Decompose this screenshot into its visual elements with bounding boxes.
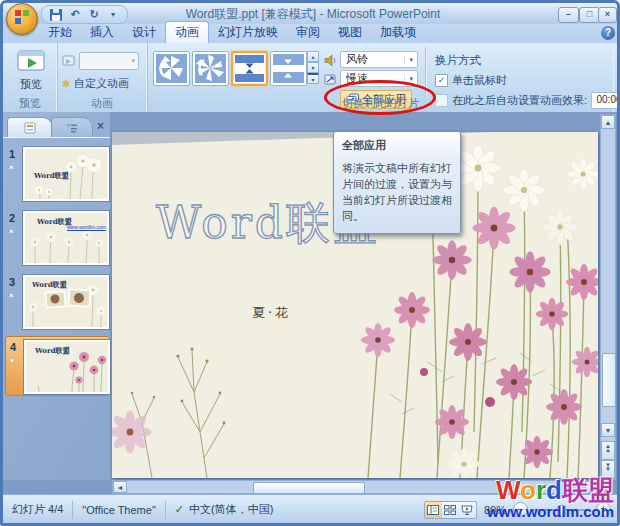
- group-preview: 预览 预览: [3, 43, 58, 112]
- group-animations: ▾ ✶ 自定义动画 动画: [57, 43, 148, 112]
- slide-thumbnail-2[interactable]: 2 ✶ Word联盟 www.wordlm.com: [5, 208, 108, 266]
- thumbnail-image: Word联盟: [23, 147, 109, 201]
- thumbnail-link: www.wordlm.com: [67, 224, 106, 230]
- tab-slideshow[interactable]: 幻灯片放映: [209, 22, 287, 43]
- animation-star-icon: ✶: [7, 226, 15, 237]
- animate-dropdown[interactable]: ▾: [79, 52, 139, 70]
- language-cell[interactable]: ✓ 中文(简体，中国): [166, 501, 283, 519]
- transition-wheel-1-tile[interactable]: [153, 51, 190, 86]
- pane-divider: [3, 137, 110, 138]
- scroll-up-icon[interactable]: ▲: [601, 115, 615, 129]
- watermark-brand: Word联盟: [487, 477, 614, 503]
- slide-sorter-view-button[interactable]: [442, 502, 459, 518]
- office-button[interactable]: [6, 3, 38, 35]
- ribbon-tab-strip: 开始 插入 设计 动画 幻灯片放映 审阅 视图 加载项: [3, 24, 617, 43]
- preview-button-label: 预览: [20, 77, 42, 92]
- slideshow-view-button[interactable]: [459, 502, 476, 518]
- advance-heading: 换片方式: [435, 53, 481, 68]
- tab-animations[interactable]: 动画: [165, 21, 209, 43]
- powerpoint-window: Word联盟.ppt [兼容模式] - Microsoft PowerPoint…: [0, 0, 620, 526]
- previous-slide-button[interactable]: ▲▲: [601, 441, 615, 460]
- tab-home[interactable]: 开始: [39, 22, 81, 43]
- save-icon[interactable]: [48, 7, 64, 22]
- group-caption-preview: 预览: [3, 96, 57, 111]
- undo-icon[interactable]: ↶: [67, 7, 83, 22]
- horizontal-scroll-thumb[interactable]: [253, 482, 365, 494]
- tab-addins[interactable]: 加载项: [371, 22, 425, 43]
- thumbnail-image: Word联盟: [24, 340, 110, 394]
- tab-outline[interactable]: [51, 117, 93, 138]
- on-mouse-click-label: 单击鼠标时: [452, 73, 507, 88]
- animation-star-icon: ✶: [7, 290, 15, 301]
- gallery-more-icon[interactable]: ▾: [307, 73, 319, 84]
- tab-design[interactable]: 设计: [123, 22, 165, 43]
- outline-tab-icon: [66, 122, 78, 134]
- tab-slides-thumbnails[interactable]: [7, 117, 53, 138]
- wordlm-watermark: Word联盟 www.wordlm.com: [487, 477, 614, 519]
- spellcheck-icon[interactable]: ✓: [175, 503, 184, 516]
- scroll-left-icon[interactable]: ◄: [113, 481, 127, 493]
- slide-number: 2: [9, 212, 15, 224]
- tab-insert[interactable]: 插入: [81, 22, 123, 43]
- watermark-url: www.wordlm.com: [487, 504, 614, 519]
- transition-sound-icon: [324, 53, 337, 71]
- language-label: 中文(简体，中国): [189, 502, 273, 517]
- dropdown-arrow-icon: ▾: [404, 56, 417, 64]
- transition-split-vertical-tile[interactable]: [270, 51, 307, 86]
- thumbnail-image: Word联盟: [23, 275, 109, 329]
- slide-number: 3: [9, 276, 15, 288]
- tab-review[interactable]: 审阅: [287, 22, 329, 43]
- slides-tab-icon: [24, 122, 36, 134]
- transition-sound-value: 风铃: [346, 52, 368, 67]
- thumbnail-title: Word联盟: [32, 280, 67, 290]
- minimize-button[interactable]: –: [558, 7, 579, 23]
- group-caption-animations: 动画: [57, 96, 147, 111]
- on-mouse-click-row[interactable]: ✓ 单击鼠标时: [435, 73, 507, 88]
- ribbon: 预览 预览 ▾ ✶ 自定义动画 动画: [3, 43, 617, 113]
- help-icon[interactable]: ?: [601, 26, 615, 40]
- customize-qat-icon[interactable]: ▾: [105, 7, 121, 22]
- vertical-scroll-thumb[interactable]: [602, 353, 616, 407]
- custom-animation-star-icon: ✶: [61, 77, 71, 91]
- slide-subtitle-text[interactable]: 夏·花: [252, 304, 291, 322]
- workspace: × 1 ✶ Word联盟 2 ✶ Word联盟 www.wordlm.com: [3, 112, 617, 480]
- apply-to-all-tooltip: 全部应用 将演示文稿中所有幻灯片间的过渡，设置为与当前幻灯片所设过渡相同。: [333, 131, 461, 234]
- close-pane-icon[interactable]: ×: [93, 119, 108, 134]
- tab-view[interactable]: 视图: [329, 22, 371, 43]
- slides-pane: × 1 ✶ Word联盟 2 ✶ Word联盟 www.wordlm.com: [3, 112, 110, 480]
- preview-slide-icon: [16, 49, 46, 77]
- gallery-scroll-up-icon[interactable]: ▴: [307, 51, 319, 62]
- transition-sound-dropdown[interactable]: 风铃 ▾: [340, 51, 418, 68]
- theme-name[interactable]: "Office Theme": [73, 501, 165, 519]
- thumbnail-title: Word联盟: [35, 346, 70, 356]
- dropdown-arrow-icon: ▾: [131, 57, 138, 65]
- scroll-down-icon[interactable]: ▼: [601, 423, 615, 437]
- slide-thumbnail-4-selected[interactable]: 4 ✶ Word联盟: [5, 336, 110, 396]
- vertical-scrollbar[interactable]: ▲ ▼ ▲▲ ▼▼: [600, 114, 616, 480]
- custom-animation-button[interactable]: ✶ 自定义动画: [61, 75, 129, 92]
- slide-number: 1: [9, 148, 15, 160]
- tooltip-body: 将演示文稿中所有幻灯片间的过渡，设置为与当前幻灯片所设过渡相同。: [342, 161, 452, 225]
- redo-icon[interactable]: ↻: [86, 7, 102, 22]
- office-logo-icon: [14, 9, 30, 29]
- thumbnail-title: Word联盟: [34, 171, 69, 181]
- preview-button[interactable]: 预览: [10, 48, 52, 96]
- animate-icon: [62, 53, 76, 71]
- normal-view-button[interactable]: [425, 502, 442, 518]
- slide-indicator[interactable]: 幻灯片 4/4: [3, 501, 73, 519]
- transition-split-horizontal-tile-selected[interactable]: [231, 51, 268, 86]
- thumbnail-image: Word联盟 www.wordlm.com: [23, 211, 109, 265]
- gallery-scroll-down-icon[interactable]: ▾: [307, 62, 319, 73]
- slide-number: 4: [10, 341, 16, 353]
- slide-thumbnail-3[interactable]: 3 ✶ Word联盟: [5, 272, 108, 330]
- close-button[interactable]: ×: [598, 7, 617, 23]
- slide-thumbnail-1[interactable]: 1 ✶ Word联盟: [5, 144, 108, 202]
- checkbox-checked-icon[interactable]: ✓: [435, 74, 448, 87]
- tooltip-title: 全部应用: [342, 138, 452, 153]
- transition-wheel-2-tile[interactable]: [192, 51, 229, 86]
- animation-star-icon: ✶: [7, 162, 15, 173]
- gallery-scroll-buttons: ▴ ▾ ▾: [307, 51, 319, 84]
- animation-star-icon: ✶: [8, 355, 16, 366]
- custom-animation-label: 自定义动画: [74, 76, 129, 91]
- maximize-button[interactable]: □: [579, 7, 600, 23]
